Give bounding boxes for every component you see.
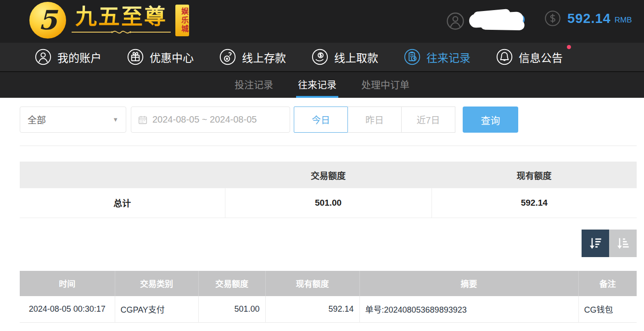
summary-table: 交易额度 现有额度 总计 501.00 592.14 [20,162,637,218]
summary-col-trade-amount: 交易额度 [225,162,431,188]
record-time: 2024-08-05 00:30:17 [20,296,115,323]
summary-total-trade: 501.00 [225,188,431,218]
table-row: 2024-08-05 00:30:17 CGPAY支付 501.00 592.1… [20,296,637,323]
search-button[interactable]: 查询 [463,107,518,133]
user-account-area[interactable] [446,11,526,31]
record-summary: 单号:202408053689893923 [359,296,578,323]
user-icon [35,49,51,65]
record-balance: 592.14 [265,296,359,323]
nav-label: 优惠中心 [150,49,194,65]
summary-header-row: 交易额度 现有额度 [20,162,637,188]
summary-total-label: 总计 [20,188,225,218]
nav-label: 信息公告 [519,49,563,65]
brand-logo-icon: 5 [29,2,66,39]
tab-label: 往来记录 [298,77,336,91]
records-col-type: 交易类别 [115,271,198,296]
type-select[interactable]: 全部 ▼ [20,107,126,133]
quick-range-group: 今日 昨日 近7日 [294,107,455,133]
quick-range-today[interactable]: 今日 [294,107,348,133]
tab-label: 投注记录 [235,77,273,91]
chevron-down-icon: ▼ [112,116,118,123]
nav-item-my-account[interactable]: 我的账户 [35,49,101,65]
main-navigation: 我的账户 优惠中心 线上存款 线上取款 [0,43,644,71]
balance-amount: 592.14 [567,11,611,26]
brand-title: 九五至尊 [75,5,167,28]
brand-badge: 娱乐城 [175,5,189,36]
quick-range-yesterday[interactable]: 昨日 [347,107,402,133]
brand-logo[interactable]: 5 九五至尊 娱乐城 [29,2,189,39]
user-avatar-icon [446,12,465,30]
nav-item-online-deposit[interactable]: 线上存款 [219,49,286,65]
records-col-time: 时间 [20,271,115,296]
nav-item-announcements[interactable]: 信息公告 [496,49,563,65]
summary-col-empty [20,162,225,188]
gift-icon [127,49,144,65]
section-divider [20,146,637,146]
withdraw-coin-hand-icon [312,49,328,65]
record-type: CGPAY支付 [115,296,198,323]
type-select-value: 全部 [28,113,46,126]
date-range-input[interactable]: 2024-08-05 ~ 2024-08-05 [131,107,290,133]
balance-currency: RMB [615,16,632,25]
tab-betting-records[interactable]: 投注记录 [233,72,275,98]
nav-label: 线上取款 [334,49,378,65]
record-tabs: 投注记录 往来记录 处理中订单 [0,71,644,98]
balance-area[interactable]: 592.14 RMB [544,10,632,27]
nav-item-transaction-records[interactable]: 往来记录 [404,49,470,65]
nav-label: 往来记录 [426,49,470,65]
sort-descending-icon [588,236,603,251]
tab-transaction-records[interactable]: 往来记录 [296,72,338,98]
record-amount: 501.00 [198,296,265,323]
records-col-summary: 摘要 [359,271,578,296]
records-clipboard-clock-icon [404,49,420,65]
bell-icon [496,49,513,65]
records-col-remark: 备注 [578,271,637,296]
dollar-coin-icon [544,10,561,27]
redaction-scribble [469,11,523,28]
brand-flourish-ornament [71,29,172,35]
records-col-balance: 现有额度 [265,271,359,296]
sort-ascending-icon [615,236,631,251]
nav-label: 线上存款 [242,49,286,65]
notification-dot [567,45,571,49]
nav-item-promotions[interactable]: 优惠中心 [127,49,194,65]
summary-total-balance: 592.14 [431,188,637,218]
summary-total-row: 总计 501.00 592.14 [20,188,637,218]
record-remark: CG钱包 [578,296,637,323]
summary-col-current-balance: 现有额度 [431,162,637,188]
quick-range-last7days[interactable]: 近7日 [401,107,455,133]
records-col-amount: 交易额度 [198,271,265,296]
deposit-coin-hand-icon [219,49,236,65]
date-range-value: 2024-08-05 ~ 2024-08-05 [152,114,257,125]
sort-ascending-button[interactable] [609,230,637,257]
nav-item-online-withdraw[interactable]: 线上取款 [312,49,378,65]
redacted-username [469,11,526,31]
filter-bar: 全部 ▼ 2024-08-05 ~ 2024-08-05 今日 昨日 近7日 查… [0,98,644,133]
top-header: 5 九五至尊 娱乐城 592.14 RMB [0,0,644,43]
sort-descending-button[interactable] [582,230,609,257]
records-header-row: 时间 交易类别 交易额度 现有额度 摘要 备注 [20,271,637,296]
nav-label: 我的账户 [57,49,101,65]
records-table: 时间 交易类别 交易额度 现有额度 摘要 备注 2024-08-05 00:30… [20,271,637,323]
tab-processing-orders[interactable]: 处理中订单 [359,72,411,98]
calendar-icon [138,115,148,125]
sort-controls [0,230,637,257]
tab-label: 处理中订单 [361,77,409,91]
